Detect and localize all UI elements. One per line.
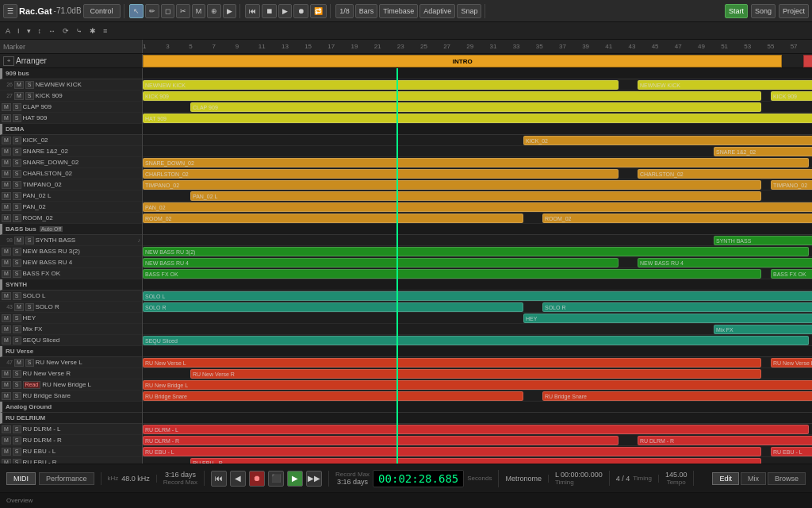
content-row[interactable]: HAT 909 [143,113,812,124]
track-row[interactable]: 98MSSYNTH BASS♪ [0,235,142,246]
solo-btn[interactable]: S [25,81,34,89]
record-btn[interactable]: ⏺ [293,4,308,18]
content-row[interactable] [143,224,812,235]
mute-btn[interactable]: M [2,459,11,464]
clip[interactable]: RU EBU - R [190,458,761,464]
solo-btn[interactable]: S [13,381,21,389]
mute-btn[interactable]: M [2,425,11,433]
solo-btn[interactable]: S [13,270,21,278]
mute-btn[interactable]: M [14,237,24,244]
track-row[interactable]: MSRU DLRM - R [0,435,142,446]
browse-tab[interactable]: Browse [768,472,806,485]
solo-btn[interactable]: S [25,237,34,244]
content-row[interactable]: RU Bridge SnareRU Bridge Snare [143,391,812,402]
track-row[interactable]: MSSNARE 1&2_02 [0,146,142,157]
clip[interactable]: ROOM_02 [143,214,523,223]
edit-tab[interactable]: Edit [712,472,739,485]
content-row[interactable]: RU DLRM - L [143,424,812,435]
performance-tab[interactable]: Performance [39,472,94,485]
erase-tool[interactable]: ◻ [161,4,174,18]
solo-btn[interactable]: S [13,248,21,256]
solo-btn[interactable]: S [25,359,34,367]
mute-btn[interactable]: M [2,214,11,222]
mute-btn[interactable]: M [2,114,11,122]
mute-btn[interactable]: M [2,192,11,200]
content-row[interactable]: Mix FX [143,324,812,335]
solo-btn[interactable]: S [13,203,21,211]
track-row[interactable]: 47MSRU New Verse L [0,357,142,368]
content-row[interactable] [143,346,812,357]
mute-btn[interactable]: M [14,359,24,367]
stop-transport-btn[interactable]: ⬛ [268,471,284,487]
solo-btn[interactable]: S [13,425,21,433]
clip[interactable]: NEWNEW KICK [638,80,812,90]
midi-tab[interactable]: MIDI [6,472,36,485]
track-content[interactable]: NEWNEW KICKNEWNEW KICKKICK 909KICK 909CL… [143,68,812,464]
clip[interactable]: SEQU Sliced [143,336,809,345]
content-row[interactable]: HEY [143,313,812,324]
clip[interactable]: RU New Bridge L [143,380,812,390]
content-row[interactable] [143,68,812,79]
content-row[interactable]: SOLO L [143,291,812,302]
select-tool[interactable]: ↖ [129,4,144,18]
clip[interactable]: RU Bridge Snare [542,391,812,401]
mute-btn[interactable]: M [2,337,11,344]
track-row[interactable]: MSROOM_02 [0,213,142,224]
track-row[interactable]: MSBASS FX OK [0,268,142,279]
track-row[interactable]: 26MSNEWNEW KICK [0,79,142,90]
clip[interactable]: RU DLRM - L [143,425,809,434]
record-transport-btn[interactable]: ⏺ [249,471,265,487]
play-tool[interactable]: ▶ [223,4,236,18]
content-row[interactable]: SOLO RSOLO R [143,302,812,313]
rewind-btn[interactable]: ⏮ [245,4,260,18]
tb2-btn-8[interactable]: ✱ [87,26,98,36]
clip[interactable]: RU Bridge Snare [143,391,523,401]
content-row[interactable]: RU New Verse LRU New Verse L [143,357,812,368]
section-block[interactable]: INTRO [143,55,782,67]
clip[interactable]: TIMPANO_02 [771,180,812,190]
track-row[interactable]: MSPAN_02 L [0,190,142,202]
play-btn[interactable]: ▶ [278,4,292,18]
content-row[interactable]: SNARE_DOWN_02 [143,157,812,168]
solo-btn[interactable]: S [13,337,21,344]
solo-btn[interactable]: S [13,437,21,444]
tb2-btn-5[interactable]: ↔ [46,26,58,36]
clip[interactable]: BASS FX OK [143,269,761,279]
content-row[interactable]: CLAP 909 [143,102,812,113]
clip[interactable]: CHARLSTON_02 [638,169,812,179]
song-button[interactable]: Song [751,4,776,18]
track-row[interactable]: MSSEQU Sliced [0,335,142,346]
mute-btn[interactable]: M [2,181,11,189]
track-row[interactable]: BASS busAuto Off [0,224,142,235]
content-row[interactable]: TIMPANO_02TIMPANO_02 [143,179,812,190]
content-row[interactable]: SNARE 1&2_02 [143,146,812,157]
content-row[interactable]: RU New Bridge L [143,379,812,391]
clip[interactable]: CLAP 909 [190,102,761,112]
solo-btn[interactable]: S [13,392,21,400]
content-row[interactable]: NEWNEW KICKNEWNEW KICK [143,79,812,90]
track-row[interactable]: MSCLAP 909 [0,102,142,113]
section-block[interactable]: Beat [803,55,812,67]
content-row[interactable] [143,124,812,135]
mute-btn[interactable]: M [14,303,24,311]
mode-control-btn[interactable]: Control [83,4,121,18]
mute-btn[interactable]: M [2,392,11,400]
mute-btn[interactable]: M [2,325,11,333]
track-row[interactable]: MSHEY [0,313,142,324]
track-row[interactable]: RU DELRIUM [0,413,142,424]
track-row[interactable]: MSSOLO L [0,291,142,302]
mute-btn[interactable]: M [2,381,11,389]
tb2-btn-2[interactable]: I [15,26,22,36]
mute-btn[interactable]: M [14,81,24,89]
mix-tab[interactable]: Mix [741,472,766,485]
clip[interactable]: KICK_02 [523,136,812,145]
clip[interactable]: SOLO R [143,302,523,312]
next-btn[interactable]: ▶▶ [306,471,322,487]
track-row[interactable]: MSRU EBU - R [0,457,142,464]
clip[interactable]: SOLO R [542,302,812,312]
content-row[interactable]: RU EBU - R [143,457,812,464]
solo-btn[interactable]: S [13,459,21,464]
mute-btn[interactable]: M [2,137,11,144]
clip[interactable]: PAN_02 [143,202,812,212]
solo-btn[interactable]: S [13,148,21,156]
